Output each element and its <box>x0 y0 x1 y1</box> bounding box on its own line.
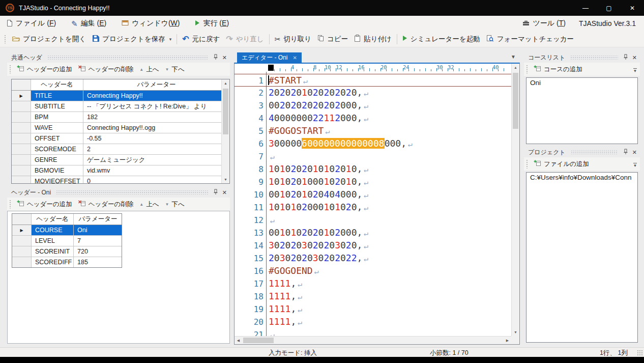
editor-line[interactable]: 130010102020102000,↵ <box>235 227 511 239</box>
row-selector-cell[interactable] <box>12 144 31 154</box>
editor-line[interactable]: 191111,↵ <box>235 303 511 316</box>
table-row[interactable]: SUBTITLE-- 「プリンセス コネクト! Re:Dive」 より <box>12 101 229 112</box>
toolbar-grip[interactable] <box>9 200 12 209</box>
table-row[interactable]: LEVEL7 <box>12 236 122 246</box>
editor-line[interactable]: 152030202030202022,↵ <box>235 252 511 265</box>
editor-line[interactable]: 201111,↵ <box>235 316 511 328</box>
scroll-down-icon[interactable]: ▼ <box>222 176 229 183</box>
list-item[interactable]: Oni <box>526 78 637 88</box>
editor-line[interactable]: 171111,↵ <box>235 277 511 290</box>
list-item[interactable]: C:¥Users¥info¥Downloads¥Conn <box>526 173 637 182</box>
toolbar-grip[interactable] <box>526 159 529 169</box>
close-panel-icon[interactable]: ✕ <box>632 149 637 156</box>
header-name-cell[interactable]: GENRE <box>31 155 83 165</box>
course-listbox[interactable]: Oni <box>526 77 638 144</box>
scroll-left-icon[interactable]: ◀ <box>235 337 242 344</box>
scroll-up-icon[interactable]: ▲ <box>512 64 519 71</box>
copy-button[interactable]: コピー <box>314 33 351 45</box>
common-header-table-scrollbar[interactable]: ▲ ▼ <box>221 79 229 183</box>
header-name-cell[interactable]: SUBTITLE <box>31 101 83 111</box>
parameter-cell[interactable]: -- 「プリンセス コネクト! Re:Dive」 より <box>83 101 229 111</box>
parameter-cell[interactable]: 0 <box>83 176 229 184</box>
row-selector-cell[interactable] <box>12 246 32 257</box>
header-name-cell[interactable]: LEVEL <box>32 236 74 246</box>
toolbar-grip[interactable] <box>9 65 12 74</box>
row-selector-cell[interactable] <box>12 165 31 176</box>
panel-title-drag-area[interactable] <box>571 150 618 154</box>
menu-tools[interactable]: ツール (T) <box>522 19 565 28</box>
editor-line[interactable]: 16#GOGOEND↵ <box>235 265 511 277</box>
header-name-cell[interactable]: SCOREDIFF <box>32 257 74 267</box>
table-row[interactable]: SCOREINIT720 <box>12 246 122 257</box>
editor-vertical-scrollbar[interactable]: ▲ ▼ <box>511 64 519 336</box>
parameter-cell[interactable]: Connecting Happy!! <box>83 91 229 101</box>
save-dropdown-caret[interactable]: ▾ <box>169 37 172 42</box>
row-selector-cell[interactable] <box>12 236 32 246</box>
editor-tab[interactable]: エディター - Oni ✕ <box>237 52 302 63</box>
toolbar-grip[interactable] <box>4 35 7 44</box>
editor-line[interactable]: 81010202010102010,↵ <box>235 163 511 176</box>
editor-line[interactable]: 91010201000102010,↵ <box>235 176 511 188</box>
row-selector-cell[interactable] <box>12 176 31 184</box>
remove-header-button[interactable]: ヘッダーの削除 <box>75 64 137 75</box>
header-name-cell[interactable]: MOVIEOFFSET <box>31 176 83 184</box>
close-panel-icon[interactable]: ✕ <box>222 54 227 61</box>
undo-button[interactable]: ↶ 元に戻す <box>179 33 223 45</box>
save-project-button[interactable]: プロジェクトを保存 ▾ <box>89 33 174 45</box>
close-button[interactable]: ✕ <box>621 0 644 16</box>
add-header-button[interactable]: ヘッダーの追加 <box>14 199 75 210</box>
parameter-cell[interactable]: 182 <box>83 112 229 122</box>
parameter-cell[interactable]: ゲームミュージック <box>83 155 229 165</box>
editor-line[interactable]: 181111,↵ <box>235 290 511 303</box>
scroll-up-icon[interactable]: ▲ <box>222 79 229 87</box>
row-selector-cell[interactable]: ▶ <box>12 225 32 235</box>
maximize-button[interactable]: ▢ <box>597 0 621 16</box>
close-panel-icon[interactable]: ✕ <box>632 54 637 61</box>
row-selector-cell[interactable] <box>12 257 32 267</box>
parameter-cell[interactable]: Connecting Happy!!.ogg <box>83 123 229 133</box>
editor-line[interactable]: 7↵ <box>235 150 511 163</box>
editor-line[interactable]: 5#GOGOSTART↵ <box>235 125 511 137</box>
menu-window[interactable]: ウィンドウ(W) <box>122 19 180 28</box>
editor-line[interactable]: 44000000022112000,↵ <box>235 112 511 125</box>
parameter-cell[interactable]: 2 <box>83 144 229 154</box>
panel-title-drag-area[interactable] <box>47 55 208 60</box>
header-name-cell[interactable]: COURSE <box>32 225 74 235</box>
remove-header-button[interactable]: ヘッダーの削除 <box>75 199 137 210</box>
parameter-cell[interactable]: -0.55 <box>83 133 229 144</box>
toolbar-grip[interactable] <box>526 65 529 74</box>
resize-grip[interactable] <box>637 350 643 356</box>
panel-title-drag-area[interactable] <box>570 55 618 60</box>
row-selector-cell[interactable] <box>12 123 31 133</box>
editor-line[interactable]: 6300000600000000000008000,↵ <box>235 137 511 150</box>
editor-line[interactable]: 1#START↵ <box>235 74 511 87</box>
format-checker-button[interactable]: フォーマットチェッカー <box>483 33 577 45</box>
project-listbox[interactable]: C:¥Users¥info¥Downloads¥Conn <box>526 172 638 343</box>
scrollbar-thumb[interactable] <box>223 89 228 134</box>
move-down-button[interactable]: ▼ 下へ <box>162 64 188 75</box>
row-selector-cell[interactable] <box>12 101 31 111</box>
editor-line[interactable]: 111010102000101020,↵ <box>235 201 511 214</box>
pin-icon[interactable] <box>213 54 218 62</box>
editor-line[interactable]: 30020202020202000,↵ <box>235 99 511 112</box>
row-selector-cell[interactable] <box>12 133 31 144</box>
move-up-button[interactable]: ▲ 上へ <box>136 64 162 75</box>
parameter-cell[interactable]: 720 <box>74 246 122 257</box>
header-name-cell[interactable]: SCOREMODE <box>31 144 83 154</box>
add-file-button[interactable]: ファイルの追加 <box>531 158 592 170</box>
editor-horizontal-scrollbar[interactable]: ◀ ▶ <box>235 336 511 344</box>
redo-button[interactable]: ↷ やり直し <box>223 33 267 45</box>
minimize-button[interactable]: — <box>574 0 597 16</box>
table-row[interactable]: ▶TITLEConnecting Happy!! <box>12 91 229 101</box>
scrollbar-thumb[interactable] <box>513 73 518 129</box>
row-selector-cell[interactable] <box>12 155 31 165</box>
pin-icon[interactable] <box>623 54 628 62</box>
parameter-cell[interactable]: vid.wmv <box>83 165 229 176</box>
header-name-cell[interactable]: BPM <box>31 112 83 122</box>
parameter-cell[interactable]: 185 <box>74 257 122 267</box>
pin-icon[interactable] <box>213 189 218 197</box>
close-panel-icon[interactable]: ✕ <box>222 189 227 196</box>
table-row[interactable]: BGMOVIEvid.wmv <box>12 165 229 176</box>
move-up-button[interactable]: ▲ 上へ <box>136 199 162 210</box>
header-name-cell[interactable]: TITLE <box>31 91 83 101</box>
